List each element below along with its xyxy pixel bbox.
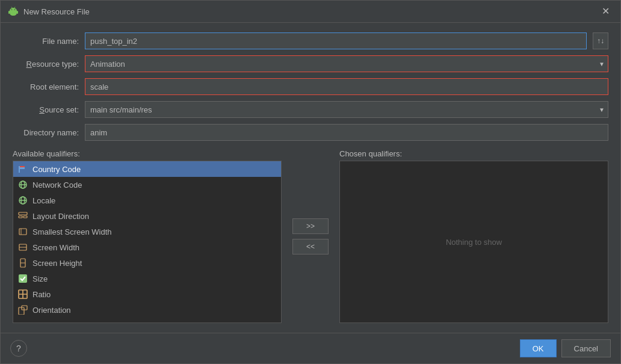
svg-point-3 — [14, 9, 16, 10]
source-set-select-wrapper: main src/main/res ▼ — [85, 101, 608, 118]
resource-type-select-wrapper: Animation Color Drawable Layout Menu Val… — [85, 55, 608, 72]
qualifier-item-layout-direction[interactable]: Layout Direction — [13, 208, 281, 224]
svg-rect-8 — [20, 166, 25, 167]
svg-rect-15 — [19, 212, 27, 215]
qualifier-label-screen-height: Screen Height — [32, 259, 82, 268]
file-name-input-wrapper — [85, 32, 587, 49]
root-element-row: Root element: — [13, 78, 608, 95]
smallest-screen-width-icon — [18, 227, 28, 236]
qualifier-label-smallest-screen-width: Smallest Screen Width — [32, 227, 112, 236]
qualifier-item-locale[interactable]: Locale — [13, 193, 281, 208]
chosen-qualifiers-panel: Chosen qualifiers: Nothing to show — [339, 149, 608, 323]
source-set-label: Source set: — [13, 105, 79, 114]
remove-qualifier-button[interactable]: << — [292, 239, 329, 254]
qualifier-item-screen-width[interactable]: Screen Width — [13, 239, 281, 255]
qualifier-label-screen-width: Screen Width — [32, 243, 79, 252]
chosen-qualifiers-list: Nothing to show — [339, 161, 608, 323]
svg-line-4 — [11, 7, 13, 8]
size-icon — [18, 274, 28, 283]
title-bar: New Resource File ✕ — [1, 1, 620, 23]
dialog-footer: ? OK Cancel — [1, 333, 620, 363]
ok-button[interactable]: OK — [520, 339, 557, 357]
country-code-icon — [18, 164, 28, 174]
svg-rect-29 — [23, 294, 27, 298]
svg-rect-17 — [23, 216, 27, 218]
qualifiers-section: Available qualifiers: Country Code — [13, 149, 608, 323]
resource-type-select[interactable]: Animation Color Drawable Layout Menu Val… — [85, 55, 608, 72]
resource-type-label: RResource type:esource type: — [13, 60, 79, 69]
qualifier-item-smallest-screen-width[interactable]: Smallest Screen Width — [13, 224, 281, 239]
directory-name-input[interactable] — [85, 124, 608, 141]
file-name-row: File name: ↑↓ — [13, 32, 608, 49]
add-qualifier-button[interactable]: >> — [292, 218, 329, 234]
locale-icon — [18, 196, 28, 205]
available-qualifiers-list: Country Code Network Code Lo — [13, 161, 282, 323]
svg-rect-26 — [19, 290, 23, 294]
sort-button[interactable]: ↑↓ — [593, 32, 608, 49]
screen-width-icon — [18, 242, 28, 252]
qualifier-label-country-code: Country Code — [32, 165, 81, 174]
svg-rect-6 — [19, 166, 20, 173]
qualifier-label-layout-direction: Layout Direction — [32, 212, 89, 221]
svg-point-2 — [11, 9, 13, 10]
qualifier-item-screen-height[interactable]: Screen Height — [13, 255, 281, 271]
qualifier-item-orientation[interactable]: Orientation — [13, 302, 281, 318]
footer-buttons: OK Cancel — [520, 339, 611, 357]
layout-direction-icon — [18, 211, 28, 221]
available-qualifiers-panel: Available qualifiers: Country Code — [13, 149, 282, 323]
svg-line-5 — [14, 7, 16, 8]
title-bar-left: New Resource File — [8, 6, 90, 17]
directory-name-row: Directory name: — [13, 124, 608, 141]
file-name-label: File name: — [13, 37, 79, 46]
help-button[interactable]: ? — [10, 340, 27, 357]
cancel-button[interactable]: Cancel — [561, 339, 611, 357]
network-code-icon — [18, 180, 28, 190]
qualifier-label-locale: Locale — [32, 196, 55, 205]
root-element-label: Root element: — [13, 82, 79, 91]
qualifier-label-network-code: Network Code — [32, 180, 82, 190]
new-resource-file-dialog: New Resource File ✕ File name: ↑↓ RResou… — [0, 0, 621, 364]
screen-height-icon — [18, 258, 28, 268]
svg-rect-1 — [17, 11, 18, 14]
svg-rect-18 — [19, 229, 26, 235]
qualifier-item-ratio[interactable]: Ratio — [13, 286, 281, 302]
source-set-select[interactable]: main src/main/res — [85, 101, 608, 118]
ratio-icon — [18, 289, 28, 299]
svg-rect-27 — [23, 290, 27, 294]
qualifier-label-orientation: Orientation — [32, 306, 71, 315]
available-qualifiers-label: Available qualifiers: — [13, 149, 282, 158]
nothing-to-show-text: Nothing to show — [446, 238, 502, 247]
svg-rect-28 — [19, 294, 23, 298]
svg-rect-16 — [19, 216, 22, 218]
svg-rect-24 — [19, 274, 27, 283]
svg-rect-0 — [8, 11, 10, 14]
orientation-icon — [18, 305, 28, 315]
file-name-input[interactable] — [85, 32, 587, 49]
chosen-qualifiers-label: Chosen qualifiers: — [339, 149, 608, 158]
arrows-panel: >> << — [288, 149, 333, 323]
qualifier-item-size[interactable]: Size — [13, 271, 281, 286]
qualifier-label-ratio: Ratio — [32, 290, 51, 299]
root-element-input[interactable] — [85, 78, 608, 95]
qualifier-item-network-code[interactable]: Network Code — [13, 177, 281, 193]
dialog-content: File name: ↑↓ RResource type:esource typ… — [1, 23, 620, 333]
close-button[interactable]: ✕ — [598, 5, 613, 17]
dialog-title: New Resource File — [23, 7, 90, 16]
directory-name-label: Directory name: — [13, 128, 79, 137]
qualifier-label-size: Size — [32, 274, 48, 283]
source-set-row: Source set: main src/main/res ▼ — [13, 101, 608, 118]
qualifier-item-country-code[interactable]: Country Code — [13, 161, 281, 177]
android-icon — [8, 6, 19, 17]
resource-type-row: RResource type:esource type: Animation C… — [13, 55, 608, 72]
